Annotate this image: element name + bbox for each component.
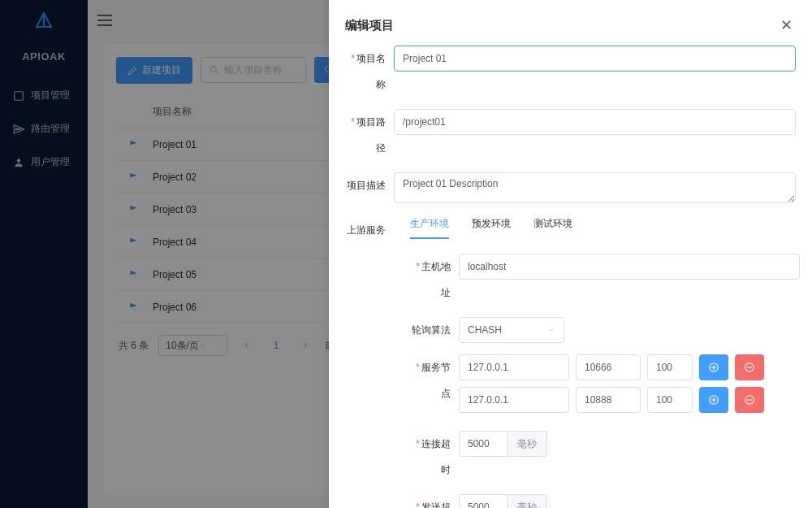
- plus-circle-icon: [708, 394, 719, 406]
- label-path: 项目路径: [345, 109, 394, 161]
- node-ip-input[interactable]: [459, 354, 569, 380]
- minus-circle-icon: [744, 362, 755, 373]
- label-upstream: 上游服务: [345, 217, 394, 243]
- edit-form: 项目名称 项目路径 项目描述 Project 01 Description 上游…: [329, 46, 812, 508]
- drawer-header: 编辑项目 ✕: [329, 0, 812, 46]
- drawer-title: 编辑项目: [345, 18, 394, 33]
- label-name: 项目名称: [345, 46, 394, 98]
- label-algo: 轮询算法: [410, 317, 459, 343]
- unit-ms: 毫秒: [508, 431, 547, 457]
- send-timeout-input[interactable]: [459, 494, 508, 508]
- node-row: [459, 354, 800, 380]
- label-desc: 项目描述: [345, 172, 394, 198]
- label-connect-timeout: 连接超时: [410, 431, 459, 483]
- chevron-down-icon: [547, 326, 555, 334]
- tab-prod[interactable]: 生产环境: [410, 217, 449, 239]
- tab-pre[interactable]: 预发环境: [472, 217, 511, 239]
- label-host: 主机地址: [410, 254, 459, 306]
- project-path-input[interactable]: [394, 109, 796, 135]
- node-weight-input[interactable]: [647, 387, 693, 413]
- connect-timeout-input[interactable]: [459, 431, 508, 457]
- node-row: [459, 387, 800, 413]
- project-desc-textarea[interactable]: Project 01 Description: [394, 172, 796, 203]
- remove-node-button[interactable]: [735, 387, 764, 413]
- tab-test[interactable]: 测试环境: [533, 217, 572, 239]
- remove-node-button[interactable]: [735, 354, 764, 380]
- add-node-button[interactable]: [699, 354, 728, 380]
- node-weight-input[interactable]: [647, 354, 693, 380]
- edit-project-drawer: 编辑项目 ✕ 项目名称 项目路径 项目描述 Project 01 Descrip…: [329, 0, 812, 508]
- minus-circle-icon: [744, 394, 755, 406]
- node-port-input[interactable]: [576, 387, 641, 413]
- node-ip-input[interactable]: [459, 387, 569, 413]
- node-port-input[interactable]: [576, 354, 641, 380]
- close-icon[interactable]: ✕: [777, 13, 796, 37]
- algo-select[interactable]: CHASH: [459, 317, 564, 343]
- add-node-button[interactable]: [699, 387, 728, 413]
- host-input[interactable]: [459, 254, 800, 280]
- algo-value: CHASH: [468, 324, 502, 336]
- unit-ms: 毫秒: [508, 494, 547, 508]
- label-nodes: 服务节点: [410, 354, 459, 406]
- label-send-timeout: 发送超时: [410, 494, 459, 508]
- env-tabs: 生产环境 预发环境 测试环境: [394, 217, 800, 239]
- plus-circle-icon: [708, 362, 719, 373]
- project-name-input[interactable]: [394, 46, 796, 72]
